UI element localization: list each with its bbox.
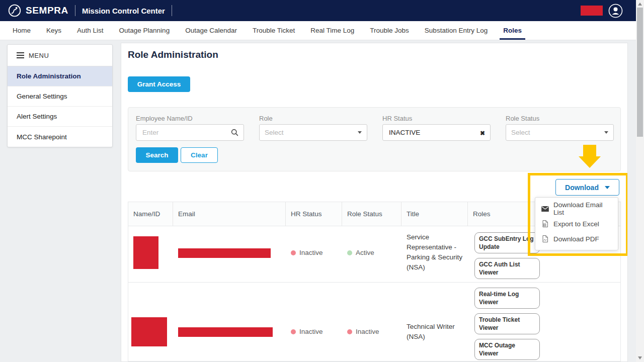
menu-item-export-to-excel[interactable]: Export to Excel <box>535 216 618 231</box>
chevron-down-icon <box>605 186 610 189</box>
tab-home[interactable]: Home <box>13 21 31 40</box>
clear-button[interactable]: Clear <box>181 147 218 163</box>
role-status-label: Role Status <box>506 115 614 122</box>
menu-header[interactable]: MENU <box>8 45 112 66</box>
sidebar-item-role-administration[interactable]: Role Administration <box>8 66 112 86</box>
redacted-username-block <box>581 6 603 16</box>
sidebar-item-alert-settings[interactable]: Alert Settings <box>8 107 112 127</box>
vertical-scrollbar[interactable] <box>636 0 644 362</box>
search-icon[interactable] <box>231 129 238 136</box>
pdf-file-icon <box>541 235 549 242</box>
role-badge: Real-time Log Viewer <box>474 288 540 309</box>
tab-auth-list[interactable]: Auth List <box>77 21 104 40</box>
redacted-email-block <box>178 248 271 258</box>
hr-status-text: Inactive <box>299 328 323 335</box>
tab-trouble-ticket[interactable]: Trouble Ticket <box>253 21 295 40</box>
role-status-select-value: Select <box>511 129 604 136</box>
envelope-icon <box>541 206 549 212</box>
grant-access-button[interactable]: Grant Access <box>128 76 190 92</box>
scrollbar-up-arrow-icon[interactable] <box>638 3 642 6</box>
redacted-name-block <box>133 236 158 269</box>
role-status-text: Active <box>356 249 374 256</box>
hamburger-icon <box>17 52 24 58</box>
search-button[interactable]: Search <box>136 147 178 163</box>
column-header-title: Title <box>401 202 468 226</box>
tab-outage-calendar[interactable]: Outage Calendar <box>185 21 237 40</box>
sidebar-menu: MENU Role Administration General Setting… <box>7 44 113 147</box>
hr-status-field[interactable] <box>382 124 491 141</box>
chevron-down-icon <box>604 131 608 134</box>
brand: SEMPRA <box>8 4 68 17</box>
scrollbar-down-arrow-icon[interactable] <box>638 356 642 359</box>
tab-roles[interactable]: Roles <box>503 21 522 40</box>
redacted-name-block <box>131 317 167 346</box>
main-content: Role Administration Grant Access Employe… <box>121 43 628 362</box>
app-title: Mission Control Center <box>82 7 165 15</box>
excel-file-icon <box>541 220 549 227</box>
tab-real-time-log[interactable]: Real Time Log <box>310 21 354 40</box>
role-status-text: Inactive <box>356 328 379 335</box>
employee-name-id-field[interactable] <box>136 124 244 141</box>
top-app-bar: SEMPRA Mission Control Center <box>0 0 644 21</box>
hr-status-dot <box>291 250 296 255</box>
role-badge: MCC Outage Viewer <box>474 339 540 360</box>
table-row: Inactive Inactive Technical Writer (NSA)… <box>128 283 620 361</box>
role-badge: Trouble Ticket Viewer <box>474 313 540 334</box>
employee-name-id-label: Employee Name/ID <box>136 115 244 122</box>
user-avatar-icon[interactable] <box>608 4 623 18</box>
column-header-email: Email <box>173 202 286 226</box>
divider <box>172 5 172 16</box>
role-badge: GCC SubEntry Log Update <box>474 232 540 253</box>
sidebar-item-mcc-sharepoint[interactable]: MCC Sharepoint <box>8 127 112 147</box>
menu-item-label: Download PDF <box>553 235 599 243</box>
employee-name-id-input[interactable] <box>141 128 231 137</box>
role-status-select[interactable]: Select <box>506 124 614 141</box>
column-header-name-id: Name/ID <box>128 202 173 226</box>
filter-panel: Employee Name/ID Role Select HR Status <box>128 107 621 171</box>
hr-status-input[interactable] <box>388 128 480 137</box>
download-dropdown-menu: Download Email List Export to Excel <box>535 197 618 250</box>
role-select[interactable]: Select <box>259 124 367 141</box>
scrollbar-thumb[interactable] <box>637 8 643 137</box>
chevron-down-icon <box>358 131 362 134</box>
title-text: Service Representative - Parking & Secur… <box>407 232 464 273</box>
menu-item-download-email-list[interactable]: Download Email List <box>535 201 618 216</box>
role-label: Role <box>259 115 367 122</box>
menu-item-label: Download Email List <box>553 201 612 216</box>
page-title: Role Administration <box>128 49 218 60</box>
column-header-role-status: Role Status <box>342 202 401 226</box>
divider <box>75 5 75 16</box>
download-button-label: Download <box>565 184 599 192</box>
role-select-value: Select <box>265 129 358 136</box>
sidebar-item-general-settings[interactable]: General Settings <box>8 86 112 107</box>
tab-trouble-jobs[interactable]: Trouble Jobs <box>370 21 409 40</box>
hr-status-label: HR Status <box>382 115 491 122</box>
menu-label: MENU <box>29 52 49 59</box>
tab-outage-planning[interactable]: Outage Planning <box>119 21 170 40</box>
role-status-dot <box>347 250 352 255</box>
hr-status-text: Inactive <box>299 249 323 256</box>
primary-nav: Home Keys Auth List Outage Planning Outa… <box>0 21 644 40</box>
menu-item-download-pdf[interactable]: Download PDF <box>535 231 618 246</box>
menu-item-label: Export to Excel <box>553 220 599 228</box>
brand-name: SEMPRA <box>26 5 68 16</box>
download-button[interactable]: Download <box>555 179 619 196</box>
role-badge: GCC Auth List Viewer <box>474 258 540 279</box>
hr-status-dot <box>291 329 296 334</box>
column-header-hr-status: HR Status <box>286 202 342 226</box>
redacted-email-block <box>178 327 273 337</box>
title-text: Technical Writer (NSA) <box>407 322 464 342</box>
sempra-logo-icon <box>8 4 21 17</box>
tab-substation-entry-log[interactable]: Substation Entry Log <box>425 21 488 40</box>
role-status-dot <box>347 329 352 334</box>
clear-icon[interactable] <box>480 128 485 137</box>
tab-keys[interactable]: Keys <box>46 21 61 40</box>
